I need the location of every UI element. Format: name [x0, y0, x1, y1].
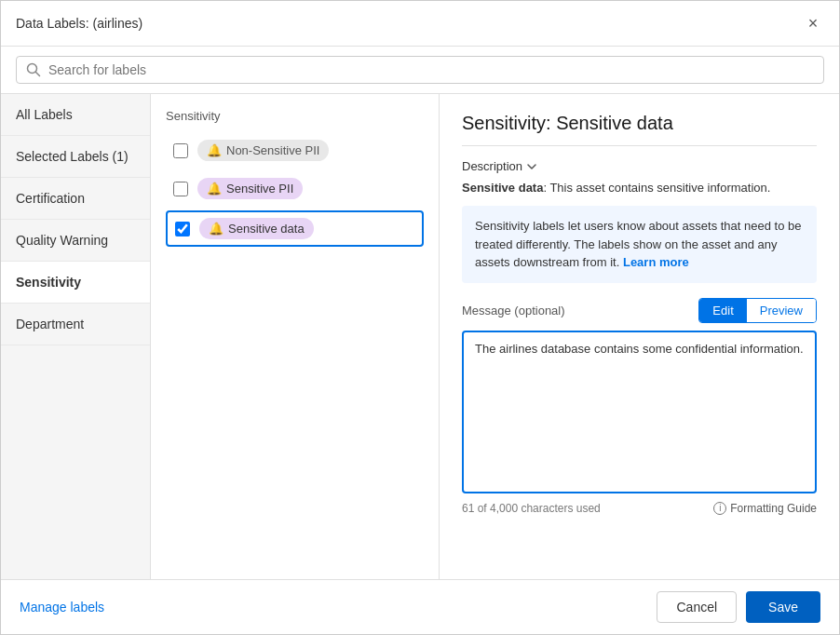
- search-icon: [26, 62, 41, 77]
- tab-edit[interactable]: Edit: [699, 299, 746, 322]
- sidebar-item-department[interactable]: Department: [1, 304, 150, 345]
- learn-more-link[interactable]: Learn more: [623, 255, 689, 269]
- label-item-sensitive-pii[interactable]: 🔔 Sensitive PII: [166, 172, 424, 205]
- formatting-guide-label: Formatting Guide: [730, 502, 817, 515]
- dialog-footer: Manage labels Cancel Save: [1, 579, 839, 634]
- tab-preview[interactable]: Preview: [747, 299, 816, 322]
- info-box: Sensitivity labels let users know about …: [462, 206, 817, 283]
- detail-divider: [462, 145, 817, 146]
- footer-buttons: Cancel Save: [657, 591, 820, 623]
- message-header: Message (optional) Edit Preview: [462, 298, 817, 323]
- label-text-sensitive-pii: Sensitive PII: [226, 182, 293, 196]
- sidebar-item-sensitivity[interactable]: Sensitivity: [1, 262, 150, 304]
- search-input[interactable]: [48, 62, 814, 77]
- search-wrapper: [16, 56, 824, 84]
- save-button[interactable]: Save: [746, 591, 820, 623]
- description-content: Sensitive data: This asset contains sens…: [462, 181, 817, 195]
- manage-labels-link[interactable]: Manage labels: [20, 600, 104, 615]
- svg-line-1: [36, 73, 40, 76]
- badge-sensitive-data: 🔔 Sensitive data: [199, 218, 314, 239]
- label-icon-sensitive-data: 🔔: [209, 222, 224, 236]
- label-text-non-sensitive: Non-Sensitive PII: [226, 143, 319, 157]
- info-circle-icon: i: [713, 502, 726, 515]
- description-toggle[interactable]: Description: [462, 159, 817, 173]
- sidebar-item-selected-labels[interactable]: Selected Labels (1): [1, 136, 150, 178]
- cancel-button[interactable]: Cancel: [657, 591, 737, 623]
- sidebar-item-all-labels[interactable]: All Labels: [1, 94, 150, 136]
- checkbox-non-sensitive-pii[interactable]: [173, 143, 188, 158]
- description-text: : This asset contains sensitive informat…: [543, 181, 770, 195]
- description-toggle-label: Description: [462, 159, 522, 173]
- message-textarea[interactable]: The airlines database contains some conf…: [462, 331, 817, 493]
- title-bar: Data Labels: (airlines) ×: [1, 1, 839, 47]
- detail-title: Sensitivity: Sensitive data: [462, 113, 817, 134]
- sidebar-item-quality-warning[interactable]: Quality Warning: [1, 220, 150, 262]
- label-item-non-sensitive-pii[interactable]: 🔔 Non-Sensitive PII: [166, 134, 424, 167]
- label-icon-sensitive-pii: 🔔: [207, 182, 222, 196]
- checkbox-sensitive-data[interactable]: [175, 222, 190, 236]
- message-label: Message (optional): [462, 304, 565, 318]
- tab-group: Edit Preview: [698, 298, 817, 323]
- sidebar-item-certification[interactable]: Certification: [1, 178, 150, 220]
- sidebar: All Labels Selected Labels (1) Certifica…: [1, 94, 151, 579]
- chars-used: 61 of 4,000 characters used: [462, 502, 601, 515]
- message-footer: 61 of 4,000 characters used i Formatting…: [462, 502, 817, 515]
- middle-panel: Sensitivity 🔔 Non-Sensitive PII 🔔 Sensit…: [151, 94, 440, 579]
- description-bold: Sensitive data: [462, 181, 543, 195]
- badge-non-sensitive-pii: 🔔 Non-Sensitive PII: [197, 140, 329, 161]
- checkbox-sensitive-pii[interactable]: [173, 182, 188, 196]
- main-content: All Labels Selected Labels (1) Certifica…: [1, 94, 839, 579]
- section-title: Sensitivity: [166, 109, 424, 123]
- label-text-sensitive-data: Sensitive data: [228, 222, 305, 236]
- detail-panel: Sensitivity: Sensitive data Description …: [440, 94, 839, 579]
- label-icon-non-sensitive: 🔔: [207, 143, 222, 157]
- search-bar: [1, 47, 839, 94]
- formatting-guide-link[interactable]: i Formatting Guide: [713, 502, 817, 515]
- close-button[interactable]: ×: [802, 12, 824, 34]
- badge-sensitive-pii: 🔔 Sensitive PII: [197, 178, 303, 199]
- dialog: Data Labels: (airlines) × All Labels Sel…: [0, 0, 840, 635]
- label-item-sensitive-data[interactable]: 🔔 Sensitive data: [166, 210, 424, 247]
- chevron-down-icon: [526, 161, 537, 172]
- dialog-title: Data Labels: (airlines): [16, 16, 142, 31]
